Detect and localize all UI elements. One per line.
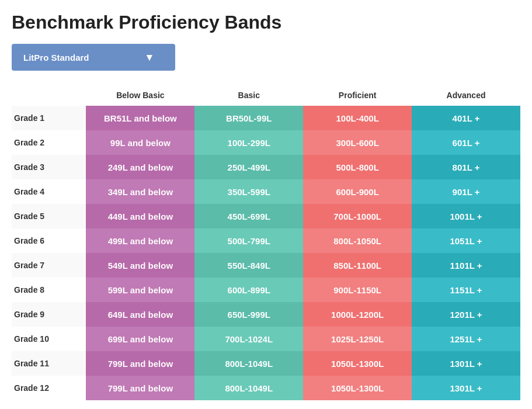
below-basic-cell: BR51L and below xyxy=(86,106,194,130)
advanced-cell: 801L + xyxy=(412,155,520,179)
page-title: Benchmark Proficiency Bands xyxy=(12,12,520,33)
proficient-cell: 100L-400L xyxy=(303,106,412,130)
advanced-cell: 1101L + xyxy=(412,253,520,278)
proficient-cell: 600L-900L xyxy=(303,179,412,204)
proficient-cell: 800L-1050L xyxy=(303,228,412,253)
grade-label: Grade 11 xyxy=(12,351,86,376)
dropdown-wrapper: LitPro Standard ▾ xyxy=(12,44,520,71)
grade-label: Grade 7 xyxy=(12,253,86,278)
basic-cell: 800L-1049L xyxy=(194,376,303,400)
proficiency-table: Below Basic Basic Proficient Advanced Gr… xyxy=(12,85,520,400)
proficient-cell: 1025L-1250L xyxy=(303,327,412,351)
below-basic-cell: 799L and below xyxy=(86,376,194,400)
basic-cell: 250L-499L xyxy=(194,155,303,179)
below-basic-cell: 249L and below xyxy=(86,155,194,179)
table-row: Grade 1BR51L and belowBR50L-99L100L-400L… xyxy=(12,106,520,130)
col-header-basic: Basic xyxy=(194,85,303,106)
grade-label: Grade 3 xyxy=(12,155,86,179)
table-row: Grade 5449L and below450L-699L700L-1000L… xyxy=(12,204,520,228)
proficient-cell: 1050L-1300L xyxy=(303,376,412,400)
grade-label: Grade 5 xyxy=(12,204,86,228)
basic-cell: BR50L-99L xyxy=(194,106,303,130)
table-row: Grade 4349L and below350L-599L600L-900L9… xyxy=(12,179,520,204)
basic-cell: 450L-699L xyxy=(194,204,303,228)
below-basic-cell: 599L and below xyxy=(86,278,194,302)
proficient-cell: 1050L-1300L xyxy=(303,351,412,376)
advanced-cell: 1301L + xyxy=(412,351,520,376)
advanced-cell: 1001L + xyxy=(412,204,520,228)
advanced-cell: 601L + xyxy=(412,130,520,155)
basic-cell: 650L-999L xyxy=(194,302,303,327)
basic-cell: 550L-849L xyxy=(194,253,303,278)
col-header-proficient: Proficient xyxy=(303,85,412,106)
proficient-cell: 700L-1000L xyxy=(303,204,412,228)
grade-label: Grade 4 xyxy=(12,179,86,204)
grade-label: Grade 10 xyxy=(12,327,86,351)
advanced-cell: 1301L + xyxy=(412,376,520,400)
proficient-cell: 300L-600L xyxy=(303,130,412,155)
advanced-cell: 1051L + xyxy=(412,228,520,253)
table-row: Grade 10699L and below700L-1024L1025L-12… xyxy=(12,327,520,351)
dropdown-label: LitPro Standard xyxy=(23,53,89,63)
basic-cell: 350L-599L xyxy=(194,179,303,204)
litpro-dropdown[interactable]: LitPro Standard ▾ xyxy=(12,44,175,71)
grade-label: Grade 6 xyxy=(12,228,86,253)
col-header-grade xyxy=(12,85,86,106)
grade-label: Grade 1 xyxy=(12,106,86,130)
grade-label: Grade 2 xyxy=(12,130,86,155)
basic-cell: 700L-1024L xyxy=(194,327,303,351)
basic-cell: 500L-799L xyxy=(194,228,303,253)
below-basic-cell: 449L and below xyxy=(86,204,194,228)
below-basic-cell: 349L and below xyxy=(86,179,194,204)
below-basic-cell: 699L and below xyxy=(86,327,194,351)
proficient-cell: 500L-800L xyxy=(303,155,412,179)
table-row: Grade 9649L and below650L-999L1000L-1200… xyxy=(12,302,520,327)
table-row: Grade 8599L and below600L-899L900L-1150L… xyxy=(12,278,520,302)
table-row: Grade 3249L and below250L-499L500L-800L8… xyxy=(12,155,520,179)
basic-cell: 800L-1049L xyxy=(194,351,303,376)
grade-label: Grade 8 xyxy=(12,278,86,302)
grade-label: Grade 12 xyxy=(12,376,86,400)
below-basic-cell: 99L and below xyxy=(86,130,194,155)
advanced-cell: 1251L + xyxy=(412,327,520,351)
basic-cell: 100L-299L xyxy=(194,130,303,155)
table-row: Grade 6499L and below500L-799L800L-1050L… xyxy=(12,228,520,253)
advanced-cell: 1151L + xyxy=(412,278,520,302)
advanced-cell: 1201L + xyxy=(412,302,520,327)
below-basic-cell: 499L and below xyxy=(86,228,194,253)
proficient-cell: 850L-1100L xyxy=(303,253,412,278)
col-header-advanced: Advanced xyxy=(412,85,520,106)
below-basic-cell: 649L and below xyxy=(86,302,194,327)
advanced-cell: 901L + xyxy=(412,179,520,204)
basic-cell: 600L-899L xyxy=(194,278,303,302)
proficient-cell: 900L-1150L xyxy=(303,278,412,302)
col-header-below-basic: Below Basic xyxy=(86,85,194,106)
table-row: Grade 12799L and below800L-1049L1050L-13… xyxy=(12,376,520,400)
table-row: Grade 7549L and below550L-849L850L-1100L… xyxy=(12,253,520,278)
proficient-cell: 1000L-1200L xyxy=(303,302,412,327)
table-row: Grade 299L and below100L-299L300L-600L60… xyxy=(12,130,520,155)
below-basic-cell: 799L and below xyxy=(86,351,194,376)
below-basic-cell: 549L and below xyxy=(86,253,194,278)
grade-label: Grade 9 xyxy=(12,302,86,327)
chevron-down-icon: ▾ xyxy=(147,51,152,64)
table-row: Grade 11799L and below800L-1049L1050L-13… xyxy=(12,351,520,376)
advanced-cell: 401L + xyxy=(412,106,520,130)
